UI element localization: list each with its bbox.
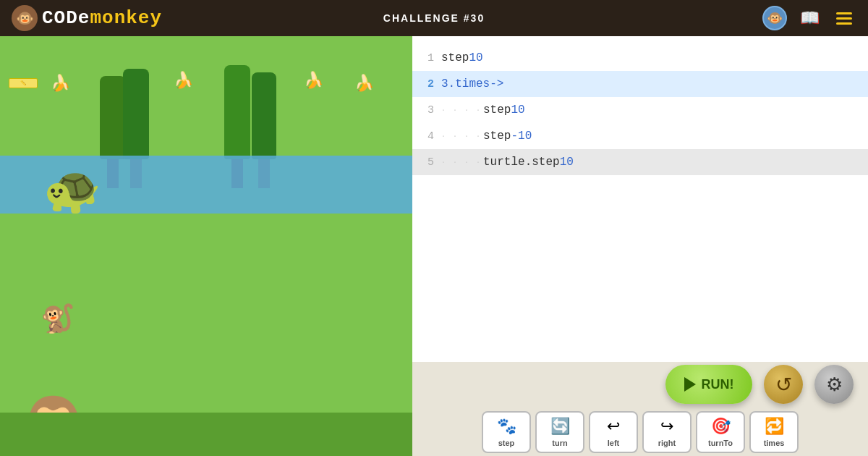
logo-text: CODemonkey: [42, 7, 162, 29]
line-5-indent: · · · ·: [441, 159, 482, 166]
settings-button[interactable]: ⚙: [814, 365, 854, 404]
code-bottom: RUN! ↺ ⚙ 🐾 step 🔄 turn: [412, 362, 868, 456]
code-line-4: 4 · · · · step -10: [412, 123, 868, 149]
code-area: 1 step 10 2 3.times -> 3 · · · · step 10…: [412, 36, 868, 456]
right-label: right: [658, 439, 676, 447]
line-4-keyword: step: [483, 130, 511, 143]
line-num-4: 4: [418, 130, 434, 143]
code-editor[interactable]: 1 step 10 2 3.times -> 3 · · · · step 10…: [412, 36, 868, 362]
menu-bar-3: [836, 22, 852, 25]
line-num-3: 3: [418, 104, 434, 117]
code-line-1: 1 step 10: [412, 45, 868, 71]
header: 🐵 CODemonkey CHALLENGE #30 🐵 📖: [0, 0, 868, 36]
left-icon: ↩: [607, 417, 620, 436]
banana-4: 🍌: [354, 74, 374, 93]
play-icon: [684, 377, 696, 392]
code-line-2: 2 3.times ->: [412, 71, 868, 97]
line-1-value: 10: [469, 51, 482, 64]
turnto-label: turnTo: [708, 439, 733, 447]
game-area: 🍌 🍌 🍌 🍌 📏 🐢 🐒 🐵: [0, 36, 412, 456]
banana-2: 🍌: [174, 71, 193, 90]
reset-icon: ↺: [775, 373, 792, 397]
book-icon[interactable]: 📖: [797, 6, 822, 30]
turn-label: turn: [552, 439, 567, 447]
challenge-title: CHALLENGE #30: [383, 12, 485, 24]
line-4-indent: · · · ·: [441, 132, 482, 140]
ruler-icon: 📏: [9, 78, 38, 88]
line-num-5: 5: [418, 156, 434, 169]
turtle: 🐢: [43, 170, 101, 216]
logo-code: CODe: [42, 7, 90, 29]
menu-bar-2: [836, 17, 852, 20]
turn-icon: 🔄: [550, 417, 570, 436]
tree-canopy-2: [123, 69, 149, 159]
gear-icon: ⚙: [826, 373, 843, 396]
code-line-3: 3 · · · · step 10: [412, 97, 868, 123]
menu-bar-1: [836, 12, 852, 14]
cmd-turnto[interactable]: 🎯 turnTo: [696, 411, 745, 453]
banana-1: 🍌: [51, 74, 70, 93]
cmd-right[interactable]: ↪ right: [642, 411, 692, 453]
line-2-keyword: 3.times: [441, 77, 490, 90]
reset-button[interactable]: ↺: [764, 365, 803, 404]
avatar-emoji: 🐵: [767, 10, 783, 26]
cmd-left[interactable]: ↩ left: [589, 411, 638, 453]
avatar-icon[interactable]: 🐵: [762, 6, 787, 30]
times-label: times: [764, 439, 785, 447]
menu-button[interactable]: [832, 6, 856, 30]
tree-canopy-1: [100, 76, 126, 159]
run-button[interactable]: RUN!: [665, 365, 752, 404]
main-area: 🍌 🍌 🍌 🍌 📏 🐢 🐒 🐵: [0, 36, 868, 456]
run-label: RUN!: [702, 377, 734, 392]
turnto-icon: 🎯: [711, 417, 731, 436]
left-label: left: [608, 439, 620, 447]
line-3-keyword: step: [483, 104, 511, 117]
cmd-step[interactable]: 🐾 step: [482, 411, 531, 453]
ground-strip: [0, 413, 412, 456]
line-num-1: 1: [418, 52, 434, 64]
line-3-indent: · · · ·: [441, 106, 482, 114]
line-4-value: -10: [511, 130, 532, 143]
monkey-small: 🐒: [41, 303, 75, 336]
step-icon: 🐾: [497, 417, 516, 436]
banana-3: 🍌: [304, 71, 323, 90]
line-num-2: 2: [418, 78, 434, 90]
tree-canopy-3: [224, 65, 250, 159]
line-1-keyword: step: [441, 51, 469, 64]
right-icon: ↪: [660, 417, 673, 436]
run-reset-row: RUN! ↺ ⚙: [420, 365, 861, 404]
logo-monkey-icon: 🐵: [12, 5, 38, 31]
book-emoji: 📖: [800, 9, 820, 28]
code-line-5: 5 · · · · turtle.step 10: [412, 149, 868, 175]
line-5-value: 10: [560, 156, 574, 169]
line-3-value: 10: [511, 104, 524, 117]
logo-monkey-word: monkey: [90, 7, 162, 29]
line-5-keyword: turtle.step: [483, 156, 560, 169]
cmd-times[interactable]: 🔁 times: [749, 411, 799, 453]
tree-canopy-4: [252, 72, 276, 159]
step-label: step: [498, 439, 515, 447]
command-row: 🐾 step 🔄 turn ↩ left ↪ right 🎯 turn: [420, 411, 861, 453]
line-2-arrow: ->: [490, 77, 503, 90]
cmd-turn[interactable]: 🔄 turn: [535, 411, 584, 453]
logo-area: 🐵 CODemonkey: [12, 5, 162, 31]
header-right: 🐵 📖: [762, 6, 856, 30]
times-icon: 🔁: [765, 417, 784, 436]
